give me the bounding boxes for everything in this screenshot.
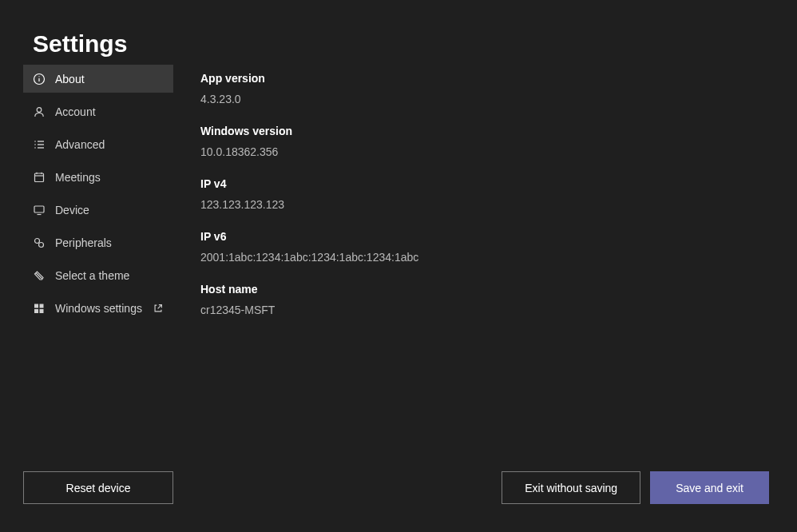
settings-sidebar: About Account Advanced (23, 65, 173, 327)
svg-point-6 (34, 147, 36, 149)
sidebar-item-windows-settings[interactable]: Windows settings (23, 294, 173, 322)
windows-icon (33, 302, 46, 315)
person-icon (33, 105, 46, 118)
theme-icon (33, 269, 46, 282)
field-host-name: Host name cr12345-MSFT (200, 283, 680, 316)
info-icon (33, 73, 46, 85)
field-label: IP v4 (200, 177, 680, 190)
sidebar-item-meetings[interactable]: Meetings (23, 163, 173, 191)
field-ipv4: IP v4 123.123.123.123 (200, 177, 680, 211)
sidebar-item-label: Account (55, 105, 173, 118)
svg-point-2 (38, 76, 39, 77)
field-value: 4.3.23.0 (200, 93, 680, 105)
sidebar-item-device[interactable]: Device (23, 196, 173, 224)
svg-point-16 (35, 238, 40, 243)
sidebar-item-label: About (55, 73, 173, 85)
svg-rect-19 (34, 304, 38, 308)
svg-rect-14 (34, 206, 44, 212)
sidebar-item-label: Advanced (55, 138, 173, 151)
sidebar-item-label: Windows settings (55, 302, 153, 315)
field-value: 10.0.18362.356 (200, 145, 680, 158)
svg-rect-22 (40, 309, 44, 313)
footer: Reset device Exit without saving Save an… (23, 471, 769, 504)
field-label: App version (200, 72, 680, 85)
field-windows-version: Windows version 10.0.18362.356 (200, 125, 680, 158)
sidebar-item-about[interactable]: About (23, 65, 173, 93)
svg-point-3 (37, 107, 42, 112)
svg-rect-21 (34, 309, 38, 313)
field-label: Windows version (200, 125, 680, 137)
svg-point-17 (39, 242, 44, 247)
field-label: IP v6 (200, 230, 680, 243)
calendar-icon (33, 171, 46, 184)
peripherals-icon (33, 236, 46, 249)
page-title: Settings (33, 30, 127, 58)
svg-line-23 (158, 304, 162, 308)
sidebar-item-advanced[interactable]: Advanced (23, 130, 173, 158)
exit-without-saving-button[interactable]: Exit without saving (502, 471, 640, 504)
external-link-icon (153, 303, 164, 314)
sidebar-item-theme[interactable]: Select a theme (23, 261, 173, 289)
sidebar-item-label: Select a theme (55, 269, 173, 282)
field-label: Host name (200, 283, 680, 296)
field-value: cr12345-MSFT (200, 304, 680, 316)
svg-rect-10 (35, 173, 44, 182)
about-panel: App version 4.3.23.0 Windows version 10.… (200, 72, 680, 335)
sidebar-item-label: Device (55, 204, 173, 216)
save-and-exit-button[interactable]: Save and exit (650, 471, 769, 504)
sidebar-item-account[interactable]: Account (23, 97, 173, 125)
svg-point-5 (34, 144, 36, 145)
field-app-version: App version 4.3.23.0 (200, 72, 680, 105)
field-value: 2001:1abc:1234:1abc:1234:1abc:1234:1abc (200, 251, 680, 264)
svg-point-4 (34, 141, 36, 142)
reset-device-button[interactable]: Reset device (23, 471, 173, 504)
field-value: 123.123.123.123 (200, 198, 680, 211)
list-icon (33, 138, 46, 151)
sidebar-item-peripherals[interactable]: Peripherals (23, 228, 173, 256)
sidebar-item-label: Peripherals (55, 236, 173, 249)
sidebar-item-label: Meetings (55, 171, 173, 184)
field-ipv6: IP v6 2001:1abc:1234:1abc:1234:1abc:1234… (200, 230, 680, 264)
monitor-icon (33, 204, 46, 216)
svg-rect-20 (40, 304, 44, 308)
